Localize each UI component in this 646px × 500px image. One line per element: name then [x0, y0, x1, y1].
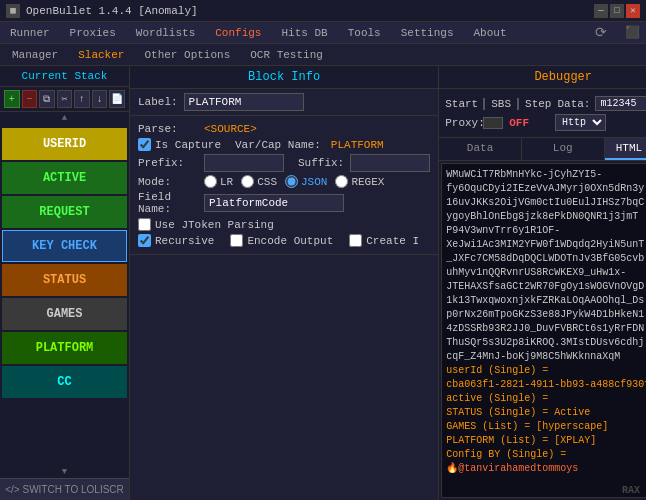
output-active: active (Single) = [446, 392, 646, 406]
label-input[interactable] [184, 93, 304, 111]
output-line-4: P94V3wnvTrr6y1R1OF- [446, 224, 646, 238]
menu-proxies[interactable]: Proxies [66, 25, 120, 41]
mode-lr[interactable]: LR [204, 175, 233, 188]
submenu-slacker[interactable]: Slacker [74, 47, 128, 63]
encode-output-label[interactable]: Encode Output [230, 234, 333, 247]
stack-item-request[interactable]: REQUEST [2, 196, 127, 228]
suffix-input[interactable] [350, 154, 430, 172]
menu-settings[interactable]: Settings [397, 25, 458, 41]
move-down-button[interactable]: ↓ [92, 90, 108, 108]
proxy-toggle[interactable] [483, 117, 503, 129]
create-i-label[interactable]: Create I [349, 234, 419, 247]
label-field-label: Label: [138, 96, 178, 108]
debugger-controls: Start SBS Step Data: Ma: Proxy: OFF Http [439, 89, 646, 138]
output-line-11: 4zDSSRb93R2JJ0_DuvFVBRCt6s1yRrFDN [446, 322, 646, 336]
prefix-input[interactable] [204, 154, 284, 172]
submenu-ocr-testing[interactable]: OCR Testing [246, 47, 327, 63]
parse-row: Parse: <SOURCE> [138, 123, 430, 135]
parse-section: Parse: <SOURCE> Is Capture Var/Cap Name:… [130, 116, 438, 255]
file-button[interactable]: 📄 [109, 90, 125, 108]
menu-wordlists[interactable]: Wordlists [132, 25, 199, 41]
prefix-label: Prefix: [138, 157, 198, 169]
menu-tools[interactable]: Tools [344, 25, 385, 41]
mode-css[interactable]: CSS [241, 175, 277, 188]
menu-runner[interactable]: Runner [6, 25, 54, 41]
output-userid-val: cba063f1-2821-4911-bb93-a488cf930fef [446, 378, 646, 392]
maximize-button[interactable]: □ [610, 4, 624, 18]
is-capture-label: Is Capture [155, 139, 221, 151]
stack-item-userid[interactable]: USERID [2, 128, 127, 160]
label-row: Label: [130, 89, 438, 116]
use-jtoken-checkbox[interactable] [138, 218, 151, 231]
menu-hitsdb[interactable]: Hits DB [277, 25, 331, 41]
use-jtoken-label: Use JToken Parsing [155, 219, 274, 231]
mode-regex[interactable]: REGEX [335, 175, 384, 188]
proxy-label: Proxy: [445, 117, 477, 129]
use-jtoken-row[interactable]: Use JToken Parsing [138, 218, 430, 231]
create-i-checkbox[interactable] [349, 234, 362, 247]
debugger-output[interactable]: WMuWCiT7RbMnHYkc-jCyhZYI5- fy6OquCDyi2IE… [441, 163, 646, 498]
output-line-5: XeJwi1Ac3MIM2YFW0f1WDqdq2HyiN5unT [446, 238, 646, 252]
sbs-toggle[interactable] [517, 98, 519, 110]
recursive-label[interactable]: Recursive [138, 234, 214, 247]
var-cap-value: PLATFORM [331, 139, 384, 151]
cut-block-button[interactable]: ✂ [57, 90, 73, 108]
sbs-label: SBS [491, 98, 511, 110]
minimize-button[interactable]: ─ [594, 4, 608, 18]
add-block-button[interactable]: + [4, 90, 20, 108]
output-line-1: fy6OquCDyi2IEzeVvAJMyrj0OXn5dRn3y [446, 182, 646, 196]
parse-value: <SOURCE> [204, 123, 257, 135]
output-line-10: p0rNx26mTpoGKzS3e88JPykW4D1bHkeN1 [446, 308, 646, 322]
watermark: RAX [622, 485, 640, 496]
stack-item-cc[interactable]: CC [2, 366, 127, 398]
menu-configs[interactable]: Configs [211, 25, 265, 41]
step-label: Step [525, 98, 551, 110]
debug-start-row: Start SBS Step Data: Ma: [445, 95, 646, 112]
tab-html-view[interactable]: HTML View [605, 138, 646, 160]
recursive-checkbox[interactable] [138, 234, 151, 247]
stack-header: Current Stack [0, 66, 129, 87]
is-capture-checkbox-label[interactable]: Is Capture [138, 138, 221, 151]
left-panel: Current Stack + − ⧉ ✂ ↑ ↓ 📄 ▲ USERID ACT… [0, 66, 130, 500]
field-name-input[interactable] [204, 194, 344, 212]
right-panel: Debugger Start SBS Step Data: Ma: Proxy:… [439, 66, 646, 500]
output-status: STATUS (Single) = Active [446, 406, 646, 420]
mode-row: Mode: LR CSS JSON [138, 175, 430, 188]
stack-item-status[interactable]: STATUS [2, 264, 127, 296]
stack-item-keycheck[interactable]: KEY CHECK [2, 230, 127, 262]
app-icon: ▦ [6, 4, 20, 18]
refresh-icon[interactable]: ⟳ [595, 24, 607, 41]
submenu-other-options[interactable]: Other Options [140, 47, 234, 63]
data-input[interactable] [595, 96, 646, 111]
menu-about[interactable]: About [470, 25, 511, 41]
close-button[interactable]: ✕ [626, 4, 640, 18]
encode-output-checkbox[interactable] [230, 234, 243, 247]
output-line-0: WMuWCiT7RbMnHYkc-jCyhZYI5- [446, 168, 646, 182]
output-line-8: JTEHAXSfsaGCt2WR70FgOy1sWOGVnOVgD [446, 280, 646, 294]
stack-item-active[interactable]: ACTIVE [2, 162, 127, 194]
window-title: OpenBullet 1.4.4 [Anomaly] [26, 5, 594, 17]
copy-block-button[interactable]: ⧉ [39, 90, 55, 108]
start-toggle[interactable] [483, 98, 485, 110]
switch-to-loliscr-button[interactable]: </> SWITCH TO LOLISCR [0, 478, 129, 500]
field-name-row: Field Name: [138, 191, 430, 215]
stack-item-platform[interactable]: PLATFORM [2, 332, 127, 364]
is-capture-checkbox[interactable] [138, 138, 151, 151]
remove-block-button[interactable]: − [22, 90, 38, 108]
submenu-manager[interactable]: Manager [8, 47, 62, 63]
prefix-suffix-row: Prefix: Suffix: [138, 154, 430, 172]
output-line-9: 1k13TwxqwoxnjxkFZRKaLOqAAOOhql_Ds [446, 294, 646, 308]
move-up-button[interactable]: ↑ [74, 90, 90, 108]
stack-item-games[interactable]: GAMES [2, 298, 127, 330]
scroll-down-arrow[interactable]: ▼ [0, 466, 129, 478]
stack-toolbar: + − ⧉ ✂ ↑ ↓ 📄 [0, 87, 129, 112]
scroll-up-arrow[interactable]: ▲ [0, 112, 129, 124]
camera-icon[interactable]: ⬛ [625, 25, 640, 40]
var-cap-label: Var/Cap Name: [235, 139, 321, 151]
tab-log[interactable]: Log [522, 138, 605, 160]
output-line-6: _JXFc7CM58dDqDQCLWDOTnJv3BfG05cvb [446, 252, 646, 266]
http-select[interactable]: Http [555, 114, 606, 131]
tab-data[interactable]: Data [439, 138, 522, 160]
mode-json[interactable]: JSON [285, 175, 327, 188]
center-panel: Block Info Label: Parse: <SOURCE> Is Cap… [130, 66, 439, 500]
